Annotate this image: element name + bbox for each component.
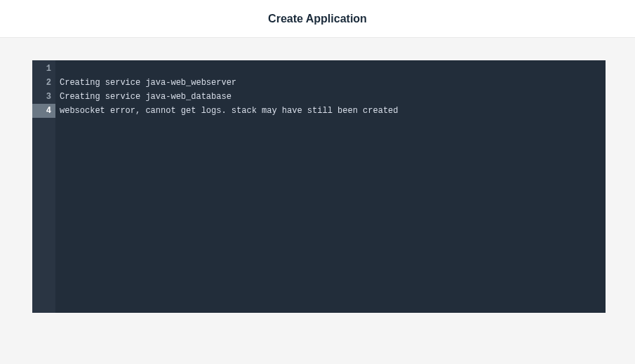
- editor-content[interactable]: Creating service java-web_webserver Crea…: [55, 60, 606, 313]
- log-line: [60, 62, 606, 76]
- page-title: Create Application: [268, 13, 367, 25]
- gutter-line-number: 1: [32, 62, 55, 76]
- log-line: websocket error, cannot get logs. stack …: [60, 104, 606, 118]
- page-header: Create Application: [0, 0, 635, 38]
- log-editor[interactable]: 1 2 3 4 Creating service java-web_webser…: [32, 60, 606, 313]
- content-area: 1 2 3 4 Creating service java-web_webser…: [0, 38, 635, 364]
- log-line: Creating service java-web_database: [60, 90, 606, 104]
- gutter-line-number: 2: [32, 76, 55, 90]
- gutter-line-number: 3: [32, 90, 55, 104]
- gutter-line-number: 4: [32, 104, 55, 118]
- editor-gutter: 1 2 3 4: [32, 60, 55, 313]
- log-line: Creating service java-web_webserver: [60, 76, 606, 90]
